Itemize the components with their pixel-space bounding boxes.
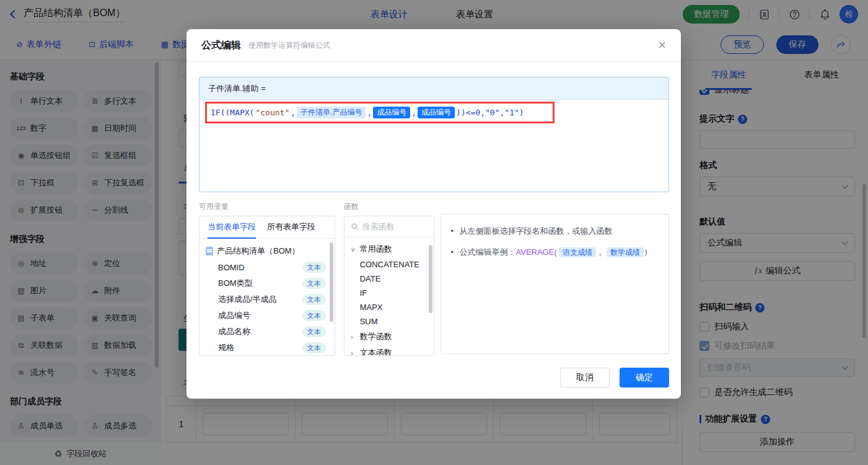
code-token: IF((MAPX( xyxy=(211,108,254,117)
type-badge: 文本 xyxy=(302,342,326,353)
function-item-mapx[interactable]: MAPX xyxy=(344,300,434,314)
code-token: , xyxy=(411,108,416,117)
functions-column: 函数 常用函数 CONCATENATE DATE IF MAPX SUM 数学函… xyxy=(344,202,434,356)
tab-current-form-fields[interactable]: 当前表单字段 xyxy=(208,216,256,239)
variable-item[interactable]: 选择成品/半成品文本 xyxy=(199,291,335,308)
field-chip-selected[interactable]: 成品编号 xyxy=(373,107,410,118)
function-search-input[interactable] xyxy=(362,222,418,231)
modal-title: 公式编辑 xyxy=(201,39,241,52)
example-function-name: AVERAGE( xyxy=(516,247,557,257)
type-badge: 文本 xyxy=(302,326,326,337)
variables-scrollbar[interactable] xyxy=(330,242,333,322)
variable-item[interactable]: BOM类型文本 xyxy=(199,275,335,291)
string-token: "count" xyxy=(255,108,289,117)
variable-item[interactable]: 成品名称文本 xyxy=(199,324,335,340)
field-chip-selected[interactable]: 成品编号 xyxy=(418,107,455,118)
functions-scrollbar[interactable] xyxy=(429,245,432,313)
close-icon[interactable] xyxy=(658,38,666,52)
functions-label: 函数 xyxy=(344,202,434,212)
variables-list: 产品结构清单（BOM） BOMID文本 BOM类型文本 选择成品/半成品文本 成… xyxy=(199,239,335,356)
field-chip[interactable]: 子件清单.产品编号 xyxy=(297,107,366,118)
cancel-button[interactable]: 取消 xyxy=(560,368,610,388)
variables-column: 可用变量 当前表单字段 所有表单字段 产品结构清单（BOM） BOMID文本 B… xyxy=(199,202,335,356)
variables-label: 可用变量 xyxy=(199,202,335,212)
tab-all-form-fields[interactable]: 所有表单字段 xyxy=(267,216,315,239)
function-item-concatenate[interactable]: CONCATENATE xyxy=(344,257,434,272)
code-token: ))<=0,"0","1") xyxy=(456,108,524,117)
code-token: , xyxy=(291,108,296,117)
function-tree: 常用函数 CONCATENATE DATE IF MAPX SUM 数学函数 文… xyxy=(344,237,434,356)
formula-input-area[interactable]: IF((MAPX("count", 子件清单.产品编号, 成品编号, 成品编号)… xyxy=(199,100,669,192)
modal-middle-row: 可用变量 当前表单字段 所有表单字段 产品结构清单（BOM） BOMID文本 B… xyxy=(199,202,669,356)
code-token: , xyxy=(367,108,372,117)
formula-editor: 子件清单.辅助 = IF((MAPX("count", 子件清单.产品编号, 成… xyxy=(199,77,669,192)
formula-editor-modal: 公式编辑 使用数学运算符编辑公式 子件清单.辅助 = IF((MAPX("cou… xyxy=(186,29,681,399)
app-root: 产品结构清单（BOM） 表单设计 表单设置 数据管理 检 ⊘ xyxy=(0,0,868,465)
function-group-math[interactable]: 数学函数 xyxy=(344,329,434,345)
chevron-right-icon xyxy=(351,348,357,356)
search-icon xyxy=(351,223,359,231)
variable-item[interactable]: BOMID文本 xyxy=(199,259,335,275)
chevron-right-icon xyxy=(351,332,357,342)
form-document-icon xyxy=(206,247,213,255)
modal-footer: 取消 确定 xyxy=(186,368,669,388)
function-group-text[interactable]: 文本函数 xyxy=(344,345,434,356)
example-field-chip: 数学成绩 xyxy=(607,247,644,257)
modal-header: 公式编辑 使用数学运算符编辑公式 xyxy=(186,29,681,62)
formula-target: 子件清单.辅助 = xyxy=(199,78,669,100)
help-line-1: 从左侧面板选择字段名和函数，或输入函数 xyxy=(451,225,659,237)
type-badge: 文本 xyxy=(302,294,326,305)
function-item-sum[interactable]: SUM xyxy=(344,314,434,329)
function-group-common[interactable]: 常用函数 xyxy=(344,241,434,257)
help-box: 从左侧面板选择字段名和函数，或输入函数 公式编辑举例：AVERAGE( 语文成绩… xyxy=(441,214,670,354)
formula-expression[interactable]: IF((MAPX("count", 子件清单.产品编号, 成品编号, 成品编号)… xyxy=(211,107,524,118)
function-item-date[interactable]: DATE xyxy=(344,272,434,286)
variable-item[interactable]: 成品编号文本 xyxy=(199,308,335,324)
help-line-2: 公式编辑举例：AVERAGE( 语文成绩， 数学成绩） xyxy=(451,246,659,259)
help-column: 从左侧面板选择字段名和函数，或输入函数 公式编辑举例：AVERAGE( 语文成绩… xyxy=(441,202,670,356)
variable-item[interactable]: 规格文本 xyxy=(199,340,335,356)
variables-box: 当前表单字段 所有表单字段 产品结构清单（BOM） BOMID文本 BOM类型文… xyxy=(199,216,335,356)
type-badge: 文本 xyxy=(302,262,326,273)
function-item-if[interactable]: IF xyxy=(344,286,434,300)
annotation-red-box: IF((MAPX("count", 子件清单.产品编号, 成品编号, 成品编号)… xyxy=(205,102,555,123)
variables-root-node[interactable]: 产品结构清单（BOM） xyxy=(199,243,335,259)
type-badge: 文本 xyxy=(302,278,326,289)
type-badge: 文本 xyxy=(302,310,326,321)
confirm-button[interactable]: 确定 xyxy=(620,368,669,388)
chevron-down-icon xyxy=(351,246,357,254)
function-search-row xyxy=(344,216,434,237)
example-field-chip: 语文成绩 xyxy=(559,247,596,257)
modal-subtitle: 使用数学运算符编辑公式 xyxy=(248,40,330,51)
functions-box: 常用函数 CONCATENATE DATE IF MAPX SUM 数学函数 文… xyxy=(344,216,434,356)
variables-tabs: 当前表单字段 所有表单字段 xyxy=(199,216,335,239)
